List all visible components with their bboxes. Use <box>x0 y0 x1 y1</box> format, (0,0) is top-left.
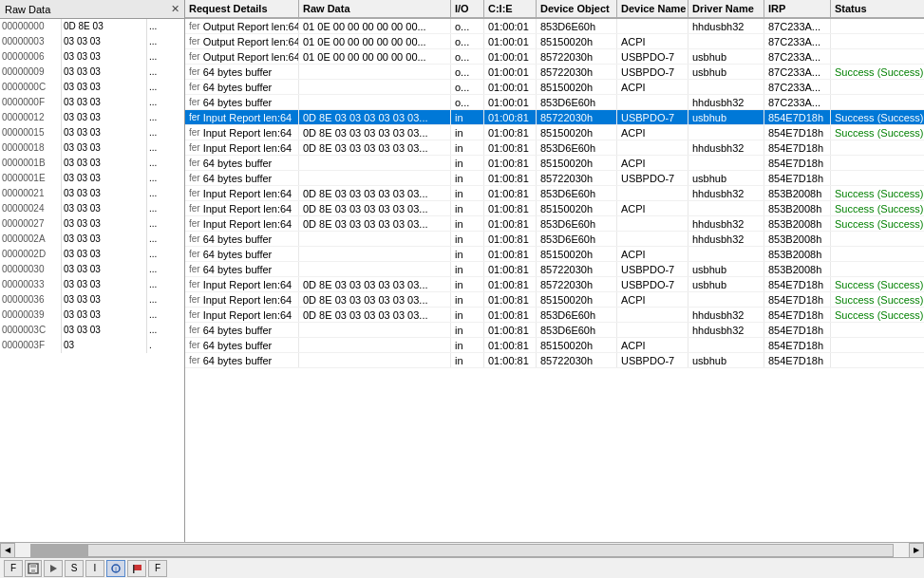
req-detail: 64 bytes buffer <box>203 247 273 261</box>
raw-data-row[interactable]: 00000003 03 03 03 ... <box>0 34 184 49</box>
toolbar-btn-play[interactable] <box>44 560 63 577</box>
table-row[interactable]: fer Input Report len:64 0D 8E 03 03 03 0… <box>185 277 924 292</box>
table-row[interactable]: fer Input Report len:64 0D 8E 03 03 03 0… <box>185 292 924 308</box>
header-cie[interactable]: C:I:E <box>484 0 537 17</box>
req-detail: Input Report len:64 <box>203 308 292 322</box>
table-row[interactable]: fer Input Report len:64 0D 8E 03 03 03 0… <box>185 308 924 323</box>
scroll-right-icon[interactable]: ▶ <box>909 543 924 558</box>
raw-data-row[interactable]: 00000024 03 03 03 ... <box>0 201 184 216</box>
table-row[interactable]: fer Output Report len:64 01 0E 00 00 00 … <box>185 49 924 65</box>
table-row[interactable]: fer 64 bytes buffer in 01:00:81 85722030… <box>185 171 924 186</box>
table-row[interactable]: fer Input Report len:64 0D 8E 03 03 03 0… <box>185 186 924 201</box>
header-io[interactable]: I/O <box>451 0 484 17</box>
table-row[interactable]: fer Output Report len:64 01 0E 00 00 00 … <box>185 34 924 49</box>
td-io: o... <box>451 80 484 94</box>
scroll-track[interactable] <box>30 544 894 557</box>
toolbar-btn-f1[interactable]: F <box>4 560 23 577</box>
raw-data-row[interactable]: 00000021 03 03 03 ... <box>0 186 184 201</box>
td-devname: USBPDO-7 <box>617 65 688 79</box>
table-row[interactable]: fer 64 bytes buffer o... 01:00:01 857220… <box>185 65 924 80</box>
td-devname: ACPI <box>617 125 688 140</box>
header-devname[interactable]: Device Name <box>617 0 688 17</box>
table-row[interactable]: fer Input Report len:64 0D 8E 03 03 03 0… <box>185 216 924 232</box>
raw-data-content[interactable]: 00000000 0D 8E 03 ... 00000003 03 03 03 … <box>0 19 184 542</box>
scroll-left-icon[interactable]: ◀ <box>0 543 15 558</box>
td-cie: 01:00:81 <box>484 323 537 337</box>
td-io: in <box>451 338 484 352</box>
raw-data-row[interactable]: 00000027 03 03 03 ... <box>0 216 184 232</box>
raw-data-row[interactable]: 0000003C 03 03 03 ... <box>0 323 184 338</box>
raw-data-row[interactable]: 00000015 03 03 03 ... <box>0 125 184 140</box>
td-rawdata: 01 0E 00 00 00 00 00 00... <box>299 19 451 33</box>
td-rawdata <box>299 262 451 276</box>
td-devobj: 85722030h <box>537 171 617 185</box>
raw-data-row[interactable]: 00000039 03 03 03 ... <box>0 308 184 323</box>
header-driver[interactable]: Driver Name <box>688 0 764 17</box>
raw-ascii-cell: ... <box>147 171 183 186</box>
toolbar-btn-s2[interactable]: S <box>65 560 84 577</box>
raw-data-row[interactable]: 00000036 03 03 03 ... <box>0 292 184 308</box>
td-status <box>831 171 924 185</box>
table-row[interactable]: fer 64 bytes buffer in 01:00:81 853D6E60… <box>185 323 924 338</box>
svg-rect-1 <box>30 564 36 568</box>
raw-data-row[interactable]: 0000003F 03 . <box>0 338 184 353</box>
table-row[interactable]: fer 64 bytes buffer in 01:00:81 85150020… <box>185 338 924 353</box>
header-devobj[interactable]: Device Object <box>537 0 617 17</box>
td-devname: USBPDO-7 <box>617 110 688 124</box>
raw-data-row[interactable]: 00000033 03 03 03 ... <box>0 277 184 292</box>
table-row[interactable]: fer 64 bytes buffer in 01:00:81 853D6E60… <box>185 232 924 247</box>
header-request[interactable]: Request Details <box>185 0 299 17</box>
td-rawdata <box>299 171 451 185</box>
table-row[interactable]: fer Input Report len:64 0D 8E 03 03 03 0… <box>185 110 924 125</box>
table-row[interactable]: fer Input Report len:64 0D 8E 03 03 03 0… <box>185 125 924 140</box>
raw-data-row[interactable]: 0000000C 03 03 03 ... <box>0 80 184 95</box>
table-row[interactable]: fer 64 bytes buffer o... 01:00:01 853D6E… <box>185 95 924 110</box>
table-row[interactable]: fer 64 bytes buffer o... 01:00:01 851500… <box>185 80 924 95</box>
header-status[interactable]: Status <box>831 0 924 17</box>
td-cie: 01:00:81 <box>484 247 537 261</box>
table-body[interactable]: fer Output Report len:64 01 0E 00 00 00 … <box>185 19 924 542</box>
raw-data-row[interactable]: 0000001E 03 03 03 ... <box>0 171 184 186</box>
table-row[interactable]: fer 64 bytes buffer in 01:00:81 85722030… <box>185 353 924 368</box>
table-row[interactable]: fer 64 bytes buffer in 01:00:81 85722030… <box>185 262 924 277</box>
raw-hex-cell: 03 03 03 <box>62 80 147 95</box>
bottom-scrollbar[interactable]: ◀ ▶ <box>0 542 924 557</box>
td-devobj: 85722030h <box>537 49 617 64</box>
td-devname: ACPI <box>617 156 688 170</box>
td-irp: 87C233A... <box>764 80 831 94</box>
raw-data-row[interactable]: 00000009 03 03 03 ... <box>0 65 184 80</box>
table-row[interactable]: fer Input Report len:64 0D 8E 03 03 03 0… <box>185 140 924 156</box>
toolbar-btn-i1[interactable]: I <box>85 560 104 577</box>
raw-data-row[interactable]: 0000002D 03 03 03 ... <box>0 247 184 262</box>
toolbar-btn-i2[interactable]: i <box>106 560 125 577</box>
raw-data-row[interactable]: 0000001B 03 03 03 ... <box>0 156 184 171</box>
raw-data-row[interactable]: 0000002A 03 03 03 ... <box>0 232 184 247</box>
table-row[interactable]: fer Input Report len:64 0D 8E 03 03 03 0… <box>185 201 924 216</box>
raw-data-row[interactable]: 00000000 0D 8E 03 ... <box>0 19 184 34</box>
req-detail: 64 bytes buffer <box>203 80 273 94</box>
header-rawdata[interactable]: Raw Data <box>299 0 451 17</box>
toolbar-btn-flag[interactable] <box>127 560 146 577</box>
raw-addr-cell: 00000030 <box>0 262 62 277</box>
req-prefix: fer <box>189 49 200 64</box>
scroll-thumb[interactable] <box>31 545 88 556</box>
table-row[interactable]: fer 64 bytes buffer in 01:00:81 85150020… <box>185 247 924 262</box>
header-irp[interactable]: IRP <box>764 0 831 17</box>
toolbar-btn-s1[interactable] <box>25 560 42 577</box>
raw-data-row[interactable]: 0000000F 03 03 03 ... <box>0 95 184 110</box>
raw-data-row[interactable]: 00000030 03 03 03 ... <box>0 262 184 277</box>
raw-data-row[interactable]: 00000018 03 03 03 ... <box>0 140 184 156</box>
td-devobj: 853D6E60h <box>537 186 617 200</box>
raw-data-row[interactable]: 00000006 03 03 03 ... <box>0 49 184 65</box>
toolbar-btn-f2[interactable]: F <box>148 560 167 577</box>
table-row[interactable]: fer 64 bytes buffer in 01:00:81 85150020… <box>185 156 924 171</box>
table-row[interactable]: fer Output Report len:64 01 0E 00 00 00 … <box>185 19 924 34</box>
td-driver <box>688 125 764 140</box>
close-icon[interactable]: ✕ <box>171 3 179 15</box>
svg-text:i: i <box>115 566 117 572</box>
td-devobj: 853D6E60h <box>537 308 617 322</box>
td-devname <box>617 186 688 200</box>
td-devobj: 853D6E60h <box>537 323 617 337</box>
raw-ascii-cell: ... <box>147 216 183 232</box>
raw-data-row[interactable]: 00000012 03 03 03 ... <box>0 110 184 125</box>
